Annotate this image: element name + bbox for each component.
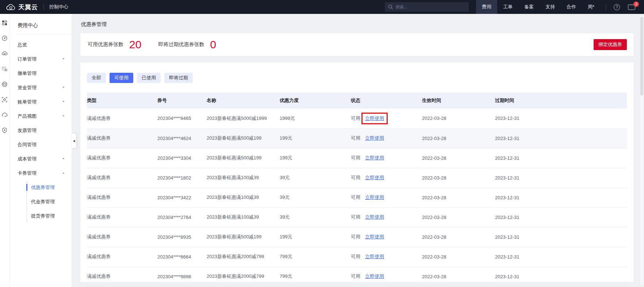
table-row: 满减优惠券202304****84652023新春钜惠满5000减1999199…	[87, 109, 627, 128]
filter-button-1[interactable]: 可使用	[110, 73, 133, 83]
cell-coupon-number: 202304****1802	[157, 168, 207, 188]
nav-menu-item-1[interactable]: 工单	[497, 0, 518, 14]
expiring-coupons-label: 即将过期优惠券张数	[158, 41, 204, 48]
expiring-coupons-value: 0	[210, 39, 216, 50]
use-now-link[interactable]: 立即使用	[365, 135, 384, 141]
nav-menu-item-5[interactable]: 周*	[582, 0, 600, 14]
cell-effective-date: 2022-03-28	[422, 168, 495, 188]
cell-status: 可用立即使用	[351, 109, 422, 128]
scrollbar-thumb[interactable]	[640, 17, 643, 95]
use-now-link[interactable]: 立即使用	[365, 273, 384, 279]
available-coupons-label: 可用优惠券张数	[88, 41, 123, 48]
sidebar-item-6[interactable]: 发票管理	[9, 123, 72, 137]
help-icon[interactable]: ?	[614, 4, 620, 10]
nav-menu-item-2[interactable]: 备案	[518, 0, 540, 14]
cloud-transfer-icon[interactable]	[1, 112, 8, 118]
status-filter-group: 全部可使用已使用即将过期	[87, 73, 627, 83]
cell-coupon-number: 202304****3304	[157, 148, 207, 168]
sidebar-item-7[interactable]: 合同管理	[9, 137, 72, 152]
sidebar-item-label: 撤单管理	[18, 70, 37, 77]
brand-name: 天翼云	[18, 3, 38, 11]
column-header-1: 券号	[157, 92, 207, 109]
sidebar-item-4[interactable]: 账单管理▼	[9, 95, 72, 109]
search-input[interactable]	[395, 4, 465, 10]
use-now-link[interactable]: 立即使用	[365, 116, 384, 121]
dashboard-icon[interactable]	[1, 20, 8, 26]
sidebar-item-2[interactable]: 撤单管理	[9, 66, 72, 80]
use-now-link[interactable]: 立即使用	[365, 195, 384, 200]
cell-type: 满减优惠券	[87, 148, 157, 168]
product-icon-rail	[0, 14, 9, 287]
use-now-link[interactable]: 立即使用	[365, 175, 384, 180]
vpc-network-icon[interactable]	[1, 66, 8, 72]
table-row: 满减优惠券202304****46242023新春钜惠满500减199199元可…	[87, 128, 627, 148]
page-scrollbar[interactable]	[640, 15, 643, 286]
table-row: 满减优惠券202304****66642023新春钜惠满2000减799799元…	[87, 247, 627, 267]
column-header-5: 生效时间	[422, 92, 495, 109]
cell-type: 满减优惠券	[87, 267, 157, 286]
scan-frame-icon[interactable]	[1, 97, 8, 103]
use-now-link[interactable]: 立即使用	[365, 254, 384, 259]
cell-name: 2023新春钜惠满500减199	[207, 148, 280, 168]
use-now-link[interactable]: 立即使用	[365, 214, 384, 220]
status-value: 可用	[351, 273, 360, 279]
cell-name: 2023新春钜惠满500减199	[207, 227, 280, 247]
cell-discount: 799元	[280, 267, 351, 286]
table-row: 满减优惠券202304****98982023新春钜惠满2000减799799元…	[87, 267, 627, 286]
cell-name: 2023新春钜惠满5000减1999	[207, 109, 280, 128]
cell-expire-date: 2023-12-31	[495, 188, 627, 207]
cell-expire-date: 2023-12-31	[495, 128, 627, 148]
sidebar-subitem-1[interactable]: 代金券管理	[27, 195, 72, 209]
coupon-table-card: 全部可使用已使用即将过期 类型券号名称优惠力度状态生效时间过期时间 满减优惠券2…	[80, 63, 633, 282]
nav-menu-item-4[interactable]: 合作	[561, 0, 582, 14]
sidebar-divider	[17, 34, 72, 35]
sidebar-item-9[interactable]: 卡券管理▲	[9, 166, 72, 180]
messages-button[interactable]: 3	[628, 4, 635, 10]
cell-effective-date: 2022-03-28	[422, 109, 495, 128]
cloud-server-icon[interactable]	[1, 50, 8, 57]
cell-name: 2023新春钜惠满500减199	[207, 128, 280, 148]
use-now-link[interactable]: 立即使用	[365, 155, 384, 161]
sidebar-item-3[interactable]: 资金管理▼	[9, 80, 72, 95]
filter-button-2[interactable]: 已使用	[137, 73, 161, 83]
sidebar-collapse-arrow-icon[interactable]: ◀	[72, 133, 76, 148]
security-shield-icon[interactable]	[1, 127, 8, 133]
storage-icon[interactable]	[1, 81, 8, 87]
status-value: 可用	[351, 116, 360, 121]
cloud-logo-icon	[6, 3, 15, 11]
sidebar-item-1[interactable]: 订单管理▼	[9, 52, 72, 66]
cell-effective-date: 2022-03-28	[422, 188, 495, 207]
chevron-down-icon: ▼	[62, 101, 65, 103]
console-center-label[interactable]: 控制中心	[49, 4, 68, 10]
filter-button-3[interactable]: 即将过期	[164, 73, 193, 83]
coupon-stats-card: 可用优惠券张数 20 即将过期优惠券张数 0 绑定优惠券	[80, 33, 633, 56]
global-search[interactable]	[385, 2, 469, 12]
sidebar-item-0[interactable]: 总览	[9, 38, 72, 52]
sidebar-subitem-2[interactable]: 提货券管理	[27, 209, 72, 223]
cell-expire-date: 2023-12-31	[495, 207, 627, 227]
monitor-icon[interactable]	[1, 35, 8, 41]
cell-discount: 39元	[280, 188, 351, 207]
filter-button-0[interactable]: 全部	[87, 73, 106, 83]
sidebar-subitem-0[interactable]: 优惠券管理	[27, 180, 72, 195]
sidebar: 费用中心 总览订单管理▼撤单管理资金管理▼账单管理▼产品视图▼发票管理合同管理成…	[9, 14, 72, 287]
sidebar-item-label: 合同管理	[18, 141, 37, 148]
cell-type: 满减优惠券	[87, 247, 157, 267]
sidebar-item-8[interactable]: 成本管理▼	[9, 152, 72, 166]
nav-divider	[43, 4, 44, 10]
sidebar-submenu: 优惠券管理代金券管理提货券管理	[26, 180, 72, 223]
brand-logo[interactable]: 天翼云	[6, 3, 38, 11]
available-coupons-value: 20	[129, 39, 141, 50]
nav-menu-item-0[interactable]: 费用	[476, 0, 497, 14]
nav-menu-item-3[interactable]: 支持	[540, 0, 561, 14]
search-icon	[388, 4, 393, 10]
cell-coupon-number: 202304****8935	[157, 227, 207, 247]
use-now-link[interactable]: 立即使用	[365, 234, 384, 239]
cell-type: 满减优惠券	[87, 188, 157, 207]
top-navbar: 天翼云 控制中心 费用工单备案支持合作周* ? 3	[0, 0, 644, 14]
cell-type: 满减优惠券	[87, 128, 157, 148]
main-content: 优惠券管理 可用优惠券张数 20 即将过期优惠券张数 0 绑定优惠券 全部可使用…	[72, 14, 644, 287]
sidebar-item-5[interactable]: 产品视图▼	[9, 109, 72, 123]
cell-discount: 39元	[280, 168, 351, 188]
bind-coupon-button[interactable]: 绑定优惠券	[594, 39, 627, 50]
